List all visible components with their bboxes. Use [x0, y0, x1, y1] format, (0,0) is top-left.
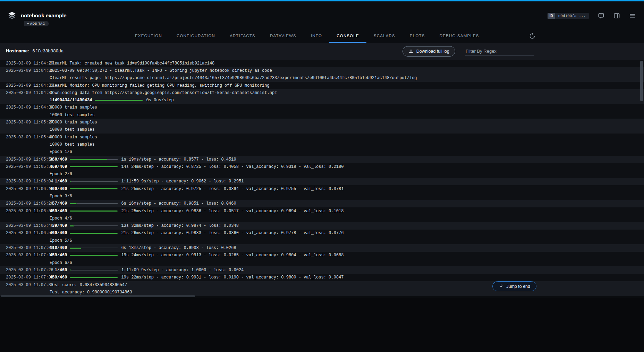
progress-count: 110/469 — [50, 246, 67, 250]
log-row: 2025-03-09 11:06:26 67/4696s 16ms/step -… — [0, 200, 644, 207]
log-message: 110/4696s 18ms/step - accuracy: 0.9908 -… — [50, 246, 236, 250]
download-icon — [408, 48, 414, 54]
log-row: Epoch 3/6 — [0, 192, 644, 200]
log-row: 2025-03-09 11:04:3960000 train samples — [0, 104, 644, 111]
log-row: 2025-03-09 11:04:302025-03-09 09:04:30,2… — [0, 67, 644, 74]
log-entry: 2025-03-09 11:06:26 67/4696s 16ms/step -… — [0, 200, 644, 207]
tab-configuration[interactable]: CONFIGURATION — [169, 29, 222, 43]
progress-stats: 1:11:09 9s/step - accuracy: 1.0000 - los… — [121, 268, 244, 273]
vertical-scrollbar-thumb[interactable] — [640, 61, 643, 101]
progress-count: 1/469 — [50, 268, 67, 273]
feedback-icon[interactable] — [598, 12, 604, 19]
log-row: 2025-03-09 11:04:29ClearML Task: created… — [0, 60, 644, 67]
log-row: ClearML results page: https://app.acme-c… — [0, 75, 644, 82]
log-row: 10000 test samples — [0, 141, 644, 148]
log-timestamp: 2025-03-09 11:05:27 — [0, 120, 50, 125]
log-row: Epoch 1/6 — [0, 148, 644, 156]
progress-stats: 6s 16ms/step - accuracy: 0.9851 - loss: … — [121, 201, 236, 206]
log-message: 10000 test samples — [50, 142, 95, 147]
log-timestamp: 2025-03-09 11:06:16 — [0, 187, 50, 191]
jump-to-end-icon — [499, 283, 503, 289]
progress-bar — [70, 203, 118, 204]
progress-bar — [70, 159, 118, 160]
log-message: 469/46914s 24ms/step - accuracy: 0.8725 … — [50, 164, 344, 169]
log-message: 10000 test samples — [50, 127, 95, 132]
log-row: 2025-03-09 11:05:55469/46914s 24ms/step … — [0, 163, 644, 170]
log-message: 11490434/114904340s 0us/step — [50, 98, 174, 103]
progress-stats: 1:11:59 9s/step - accuracy: 0.9062 - los… — [121, 179, 244, 184]
tab-info[interactable]: INFO — [304, 29, 329, 43]
tab-debug-samples[interactable]: DEBUG SAMPLES — [432, 29, 486, 43]
log-entry: 2025-03-09 11:06:46 39/46913s 32ms/step … — [0, 222, 644, 230]
log-message: ClearML results page: https://app.acme-c… — [50, 76, 417, 80]
progress-stats: 13s 32ms/step - accuracy: 0.9874 - loss:… — [121, 223, 238, 228]
log-timestamp: 2025-03-09 11:05:55 — [0, 164, 50, 169]
tab-artifacts[interactable]: ARTIFACTS — [222, 29, 263, 43]
log-timestamp: 2025-03-09 11:06:46 — [0, 223, 50, 228]
details-panel-icon[interactable] — [613, 12, 620, 19]
log-message: 368/4691s 19ms/step - accuracy: 0.8577 -… — [50, 157, 236, 162]
task-id-label: ID — [548, 13, 555, 19]
log-message: Downloading data from https://storage.go… — [50, 91, 277, 95]
log-message: 1/4691:11:59 9s/step - accuracy: 0.9062 … — [50, 179, 244, 184]
task-id-value: e9d100fa ... — [555, 13, 589, 19]
log-entry: 2025-03-09 11:04:302025-03-09 09:04:30,2… — [0, 67, 644, 82]
log-row: 2025-03-09 11:05:51368/4691s 19ms/step -… — [0, 156, 644, 163]
log-row: 11490434/114904340s 0us/step — [0, 96, 644, 104]
log-row: 2025-03-09 11:06:16469/46921s 25ms/step … — [0, 185, 644, 192]
progress-bar — [70, 166, 118, 167]
console-log-viewport: 2025-03-09 11:04:29ClearML Task: created… — [0, 60, 644, 298]
log-message: 67/4696s 16ms/step - accuracy: 0.9851 - … — [50, 201, 236, 206]
log-row: 2025-03-09 11:06:57469/46921s 26ms/step … — [0, 230, 644, 237]
progress-stats: 21s 25ms/step - accuracy: 0.9836 - loss:… — [121, 209, 344, 214]
log-row: 10000 test samples — [0, 111, 644, 119]
log-message: 60000 train samples — [50, 105, 97, 110]
log-message: ClearML Task: created new task id=e9d100… — [50, 61, 214, 66]
vertical-scrollbar — [640, 61, 643, 297]
menu-icon[interactable] — [629, 12, 636, 19]
log-timestamp: 2025-03-09 11:07:26 — [0, 268, 50, 273]
experiment-header: notebook example + ADD TAG ID e9d100fa .… — [0, 1, 644, 29]
download-full-log-button[interactable]: Download full log — [402, 46, 455, 57]
log-entry: 2025-03-09 11:06:36469/46921s 25ms/step … — [0, 207, 644, 222]
regex-filter-input[interactable] — [465, 47, 534, 55]
log-row: 2025-03-09 11:07:26 1/4691:11:09 9s/step… — [0, 266, 644, 274]
jump-to-end-button[interactable]: Jump to end — [492, 281, 536, 291]
log-message: 469/46921s 25ms/step - accuracy: 0.9725 … — [50, 187, 344, 191]
progress-stats: 21s 25ms/step - accuracy: 0.9725 - loss:… — [121, 187, 344, 191]
log-row: 2025-03-09 11:07:36469/46919s 22ms/step … — [0, 274, 644, 281]
log-entry: 2025-03-09 11:04:37Downloading data from… — [0, 89, 644, 104]
log-message: 10000 test samples — [50, 113, 95, 118]
log-entry: 2025-03-09 11:06:57469/46921s 26ms/step … — [0, 230, 644, 244]
tab-bar: EXECUTIONCONFIGURATIONARTIFACTSDATAVIEWS… — [0, 29, 644, 43]
tab-execution[interactable]: EXECUTION — [128, 29, 169, 43]
log-entry: 2025-03-09 11:05:55469/46914s 24ms/step … — [0, 163, 644, 178]
log-timestamp: 2025-03-09 11:05:41 — [0, 135, 50, 140]
progress-count: 469/469 — [50, 209, 67, 214]
console-log: 2025-03-09 11:04:29ClearML Task: created… — [0, 60, 644, 296]
progress-count: 469/469 — [50, 253, 67, 258]
log-entry: 2025-03-09 11:07:17469/46919s 24ms/step … — [0, 252, 644, 267]
tab-console[interactable]: CONSOLE — [329, 29, 366, 43]
log-entry: 2025-03-09 11:07:38Test score: 0.0847335… — [0, 281, 644, 296]
log-message: Test accuracy: 0.9800000190734863 — [50, 290, 132, 295]
progress-count: 469/469 — [50, 231, 67, 235]
log-message: Epoch 5/6 — [50, 238, 72, 243]
refresh-icon[interactable] — [529, 33, 536, 41]
log-row: 2025-03-09 11:05:4160000 train samples — [0, 134, 644, 141]
log-entry: 2025-03-09 11:05:2760000 train samples10… — [0, 119, 644, 134]
task-id-badge[interactable]: ID e9d100fa ... — [548, 13, 589, 19]
tab-bar-items: EXECUTIONCONFIGURATIONARTIFACTSDATAVIEWS… — [128, 29, 486, 43]
experiment-title: notebook example — [21, 12, 67, 18]
add-tag-button[interactable]: + ADD TAG — [24, 21, 49, 26]
tab-dataviews[interactable]: DATAVIEWS — [263, 29, 304, 43]
log-row: 2025-03-09 11:06:46 39/46913s 32ms/step … — [0, 222, 644, 230]
tab-plots[interactable]: PLOTS — [402, 29, 432, 43]
log-row: Epoch 2/6 — [0, 170, 644, 178]
log-entry: 2025-03-09 11:05:51368/4691s 19ms/step -… — [0, 156, 644, 163]
horizontal-scrollbar-thumb[interactable] — [1, 295, 195, 297]
log-row: Epoch 5/6 — [0, 237, 644, 244]
progress-bar — [70, 188, 118, 189]
progress-bar — [70, 181, 118, 182]
tab-scalars[interactable]: SCALARS — [366, 29, 402, 43]
